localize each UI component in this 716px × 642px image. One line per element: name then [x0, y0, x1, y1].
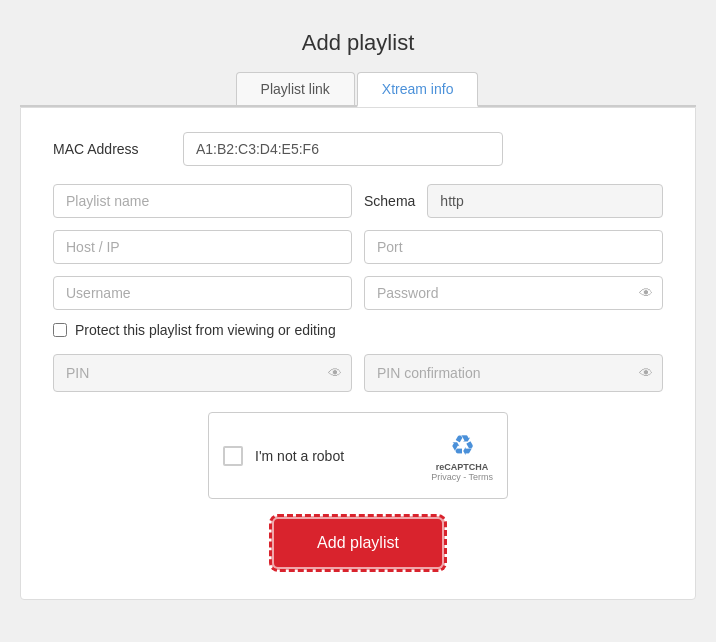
username-input[interactable]: [53, 276, 352, 310]
pin-field: 👁: [53, 354, 352, 392]
captcha-label: I'm not a robot: [255, 448, 344, 464]
pin-confirm-input[interactable]: [364, 354, 663, 392]
pin-confirm-toggle-icon[interactable]: 👁: [639, 365, 653, 381]
mac-input[interactable]: [183, 132, 503, 166]
playlist-name-input[interactable]: [53, 184, 352, 218]
captcha-checkbox[interactable]: [223, 446, 243, 466]
pin-toggle-icon[interactable]: 👁: [328, 365, 342, 381]
username-field: [53, 276, 352, 310]
playlist-name-field: [53, 184, 352, 218]
captcha-box: I'm not a robot ♻ reCAPTCHA Privacy - Te…: [208, 412, 508, 499]
row-host-port: [53, 230, 663, 264]
row-playlist-schema: Schema http https: [53, 184, 663, 218]
tab-playlist-link[interactable]: Playlist link: [236, 72, 355, 105]
captcha-logo: ♻ reCAPTCHA Privacy - Terms: [431, 429, 493, 482]
captcha-row: I'm not a robot ♻ reCAPTCHA Privacy - Te…: [53, 412, 663, 499]
tab-xtream-info[interactable]: Xtream info: [357, 72, 479, 107]
host-field: [53, 230, 352, 264]
mac-label: MAC Address: [53, 141, 183, 157]
tab-bar: Playlist link Xtream info: [20, 72, 696, 107]
captcha-links: Privacy - Terms: [431, 472, 493, 482]
protect-checkbox[interactable]: [53, 323, 67, 337]
port-input[interactable]: [364, 230, 663, 264]
mac-row: MAC Address: [53, 132, 663, 166]
protect-row: Protect this playlist from viewing or ed…: [53, 322, 663, 338]
schema-label: Schema: [364, 193, 415, 209]
add-playlist-button[interactable]: Add playlist: [274, 519, 442, 567]
password-input[interactable]: [364, 276, 663, 310]
password-field: 👁: [364, 276, 663, 310]
submit-row: Add playlist: [53, 519, 663, 567]
host-input[interactable]: [53, 230, 352, 264]
protect-label: Protect this playlist from viewing or ed…: [75, 322, 336, 338]
row-user-pass: 👁: [53, 276, 663, 310]
captcha-brand: reCAPTCHA: [436, 462, 489, 472]
captcha-left: I'm not a robot: [223, 446, 344, 466]
form-card: MAC Address Schema http https: [20, 107, 696, 600]
recaptcha-icon: ♻: [450, 429, 475, 462]
page-title: Add playlist: [20, 30, 696, 56]
pin-confirm-field: 👁: [364, 354, 663, 392]
pin-row: 👁 👁: [53, 354, 663, 392]
schema-select[interactable]: http https: [427, 184, 663, 218]
port-field: [364, 230, 663, 264]
schema-field: Schema http https: [364, 184, 663, 218]
pin-input[interactable]: [53, 354, 352, 392]
password-toggle-icon[interactable]: 👁: [639, 285, 653, 301]
